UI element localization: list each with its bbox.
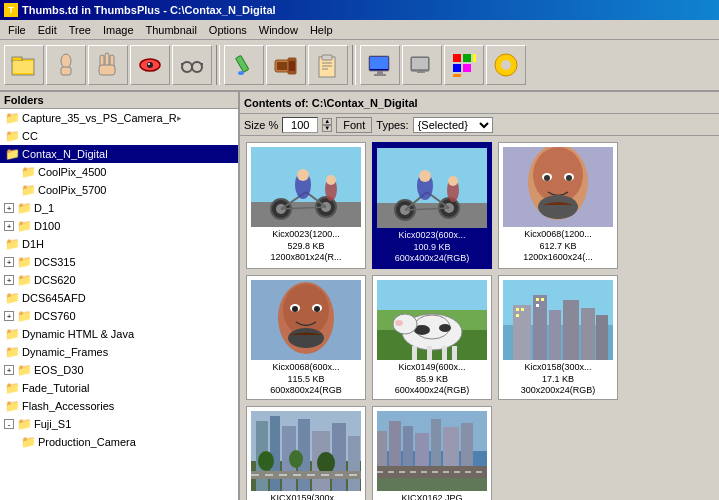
size-input[interactable] xyxy=(282,117,318,133)
svg-rect-39 xyxy=(473,54,476,62)
spin-down[interactable]: ▼ xyxy=(322,125,332,132)
folder-icon: 📁 xyxy=(4,344,20,360)
svg-rect-108 xyxy=(516,314,519,317)
svg-rect-102 xyxy=(549,310,561,360)
folder-item-dcs620[interactable]: + 📁 DCS620 xyxy=(0,271,238,289)
thumbnail-image xyxy=(251,280,361,360)
size-label: Size % xyxy=(244,119,278,131)
menu-options[interactable]: Options xyxy=(203,22,253,38)
types-dropdown[interactable]: {Selected} All xyxy=(413,117,493,133)
thumbnail-item[interactable]: Kicx0068(600x... 115.5 KB 600x800x24(RGB xyxy=(246,275,366,400)
thumbnail-item[interactable]: Kicx0023(600x... 100.9 KB 600x400x24(RGB… xyxy=(372,142,492,269)
folder-item-d1[interactable]: + 📁 D_1 xyxy=(0,199,238,217)
folder-item-d100[interactable]: + 📁 D100 xyxy=(0,217,238,235)
types-label: Types: xyxy=(376,119,408,131)
folder-icon: 📁 xyxy=(20,182,36,198)
folder-icon: 📁 xyxy=(4,326,20,342)
folder-item-capture[interactable]: 📁 Capture_35_vs_PS_Camera_R ▸ xyxy=(0,109,238,127)
thumbnail-item[interactable]: Kicx0149(600x... 85.9 KB 600x400x24(RGB) xyxy=(372,275,492,400)
folder-icon: 📁 xyxy=(4,380,20,396)
menu-image[interactable]: Image xyxy=(97,22,140,38)
content-header: Contents of: C:\Contax_N_Digital xyxy=(240,92,719,114)
thumbnail-caption: Kicx0158(300x... 17.1 KB 300x200x24(RGB) xyxy=(501,362,615,397)
folder-item-cc[interactable]: 📁 CC xyxy=(0,127,238,145)
thumbnail-item[interactable]: KICX0159(300x... 33.5 KB 300x449x24(RGB) xyxy=(246,406,366,500)
folder-item-fade[interactable]: 📁 Fade_Tutorial xyxy=(0,379,238,397)
eye-btn[interactable] xyxy=(130,45,170,85)
svg-rect-97 xyxy=(452,346,457,360)
thumbnail-grid: Kicx0023(1200... 529.8 KB 1200x801x24(R.… xyxy=(240,136,719,500)
folder-item-eos[interactable]: + 📁 EOS_D30 xyxy=(0,361,238,379)
expand-icon[interactable]: - xyxy=(4,419,14,429)
svg-point-53 xyxy=(297,169,309,181)
grid-btn[interactable] xyxy=(444,45,484,85)
menu-edit[interactable]: Edit xyxy=(32,22,63,38)
svg-point-75 xyxy=(566,175,572,181)
folder-item-coolpix4500[interactable]: 📁 CoolPix_4500 xyxy=(0,163,238,181)
camera-btn[interactable] xyxy=(266,45,306,85)
svg-rect-31 xyxy=(374,74,386,76)
spin-up[interactable]: ▲ xyxy=(322,118,332,125)
svg-rect-96 xyxy=(442,346,447,360)
thumb-dims: 600x800x24(RGB xyxy=(249,385,363,397)
thumb-dims: 300x200x24(RGB) xyxy=(501,385,615,397)
svg-rect-29 xyxy=(370,57,388,69)
svg-rect-109 xyxy=(536,298,539,301)
hand-btn[interactable] xyxy=(88,45,128,85)
menu-tree[interactable]: Tree xyxy=(63,22,97,38)
thumbnail-item[interactable]: KICX0162.JPG 2.6 MB 2008x3008x40 xyxy=(372,406,492,500)
svg-rect-8 xyxy=(99,65,115,75)
svg-point-71 xyxy=(533,147,583,203)
size-spinner[interactable]: ▲ ▼ xyxy=(322,118,332,132)
brush-btn[interactable] xyxy=(224,45,264,85)
folder-tree[interactable]: 📁 Capture_35_vs_PS_Camera_R ▸ 📁 CC 📁 Con… xyxy=(0,109,238,500)
folder-icon: 📁 xyxy=(16,308,32,324)
folder-item-d1h[interactable]: 📁 D1H xyxy=(0,235,238,253)
folder-item-dcs645afd[interactable]: 📁 DCS645AFD xyxy=(0,289,238,307)
menu-file[interactable]: File xyxy=(2,22,32,38)
folder-item-dynamichtml[interactable]: 📁 Dynamic HTML & Java xyxy=(0,325,238,343)
open-folder-btn[interactable] xyxy=(4,45,44,85)
folder-item-fuji[interactable]: - 📁 Fuji_S1 xyxy=(0,415,238,433)
folder-item-dynamicframes[interactable]: 📁 Dynamic_Frames xyxy=(0,343,238,361)
expand-icon[interactable]: + xyxy=(4,311,14,321)
finger-thumb-btn[interactable] xyxy=(46,45,86,85)
svg-rect-33 xyxy=(412,58,428,69)
expand-icon[interactable]: + xyxy=(4,275,14,285)
folder-item-contax[interactable]: 📁 Contax_N_Digital xyxy=(0,145,238,163)
folder-item-flash[interactable]: 📁 Flash_Accessories xyxy=(0,397,238,415)
thumb-name: Kicx0149(600x... xyxy=(375,362,489,374)
clipboard-btn[interactable] xyxy=(308,45,348,85)
thumb-name: KICX0159(300x... xyxy=(249,493,363,500)
svg-rect-37 xyxy=(453,64,461,72)
thumbnail-item[interactable]: Kicx0158(300x... 17.1 KB 300x200x24(RGB) xyxy=(498,275,618,400)
folder-panel-header: Folders xyxy=(0,92,238,109)
thumbnail-item[interactable]: Kicx0068(1200... 612.7 KB 1200x1600x24(.… xyxy=(498,142,618,269)
svg-point-18 xyxy=(238,71,244,75)
menu-thumbnail[interactable]: Thumbnail xyxy=(140,22,203,38)
folder-icon: 📁 xyxy=(4,290,20,306)
menu-help[interactable]: Help xyxy=(304,22,339,38)
thumb-size: 85.9 KB xyxy=(375,374,489,386)
donut-btn[interactable] xyxy=(486,45,526,85)
monitor2-btn[interactable] xyxy=(402,45,442,85)
expand-icon[interactable]: + xyxy=(4,221,14,231)
thumb-dims: 1200x801x24(R... xyxy=(249,252,363,264)
monitor-btn[interactable] xyxy=(360,45,400,85)
folder-label: Fuji_S1 xyxy=(34,418,71,430)
thumbnail-item[interactable]: Kicx0023(1200... 529.8 KB 1200x801x24(R.… xyxy=(246,142,366,269)
glasses-btn[interactable] xyxy=(172,45,212,85)
expand-icon[interactable]: + xyxy=(4,365,14,375)
folder-icon: 📁 xyxy=(16,416,32,432)
folder-item-dcs760[interactable]: + 📁 DCS760 xyxy=(0,307,238,325)
menu-window[interactable]: Window xyxy=(253,22,304,38)
folder-item-production[interactable]: 📁 Production_Camera xyxy=(0,433,238,451)
thumbnail-caption: KICX0162.JPG 2.6 MB 2008x3008x40 xyxy=(375,493,489,500)
folder-label: Dynamic_Frames xyxy=(22,346,108,358)
expand-icon[interactable]: + xyxy=(4,203,14,213)
font-button[interactable]: Font xyxy=(336,117,372,133)
folder-item-coolpix5700[interactable]: 📁 CoolPix_5700 xyxy=(0,181,238,199)
folder-label: CoolPix_5700 xyxy=(38,184,107,196)
folder-item-dcs315[interactable]: + 📁 DCS315 xyxy=(0,253,238,271)
expand-icon[interactable]: + xyxy=(4,257,14,267)
